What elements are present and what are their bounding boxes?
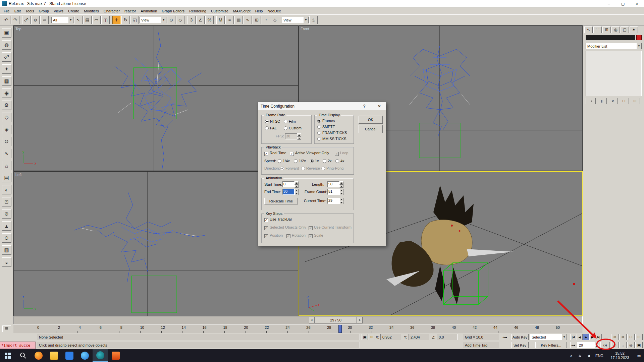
frame-spinner[interactable] <box>595 342 599 348</box>
menu-item[interactable]: Group <box>36 8 51 14</box>
previous-frame-button[interactable]: ◀ <box>577 334 583 340</box>
undo-button[interactable]: ↶ <box>2 16 10 24</box>
align-button[interactable]: ≡ <box>225 16 234 24</box>
close-button[interactable]: ✕ <box>630 0 644 7</box>
fps-spinner[interactable] <box>297 133 301 140</box>
radio-frame-ticks[interactable]: FRAME:TICKS <box>317 131 347 135</box>
command-panel-tab[interactable]: ✶ <box>630 26 638 33</box>
menu-item[interactable]: reactor <box>122 8 138 14</box>
field-of-view-icon[interactable]: ◇ <box>611 342 619 348</box>
material-editor-button[interactable]: ◔ <box>262 16 270 24</box>
menu-item[interactable]: Character <box>101 8 122 14</box>
minimize-button[interactable]: – <box>602 0 616 7</box>
reactor-tool-button[interactable]: ▦ <box>2 76 11 86</box>
menu-item[interactable]: Tools <box>23 8 37 14</box>
reactor-tool-button[interactable]: ◍ <box>2 40 11 50</box>
reactor-tool-button[interactable]: ▤ <box>2 173 11 182</box>
select-manipulate-button[interactable]: ◇ <box>176 16 184 24</box>
taskbar-app-edge[interactable] <box>77 349 93 362</box>
radio-smpte[interactable]: SMPTE <box>317 125 335 129</box>
fps-field[interactable]: 30 <box>285 133 301 139</box>
viewport-label[interactable]: Left <box>15 173 21 177</box>
command-panel-tab[interactable]: ⊞ <box>602 26 611 33</box>
keyboard-override-icon[interactable]: ⊶ <box>501 334 508 340</box>
snap-toggle-button[interactable]: 3 <box>187 16 196 24</box>
radio-film[interactable]: Film <box>284 119 296 123</box>
current-frame-field[interactable]: 29 <box>577 342 595 348</box>
reactor-tool-button[interactable]: ☍ <box>2 52 11 62</box>
select-by-name-button[interactable]: ▤ <box>83 16 92 24</box>
cancel-button[interactable]: Cancel <box>359 125 383 133</box>
trackbar-mode-button[interactable]: ≣ <box>2 325 11 332</box>
checkbox-use-trackbar[interactable]: ✓Use TrackBar <box>264 217 292 222</box>
start-button[interactable] <box>0 349 15 362</box>
taskbar-app-explorer[interactable] <box>46 349 62 362</box>
maxscript-mini-listener[interactable]: *Import succe <box>0 342 36 349</box>
curve-editor-button[interactable]: ∿ <box>244 16 252 24</box>
make-unique-button[interactable]: ∨ <box>608 98 618 104</box>
render-type-dropdown[interactable]: View ▼ <box>282 16 309 23</box>
viewport-top[interactable]: Top <box>13 25 298 171</box>
action-center-icon[interactable]: ▭ <box>634 349 644 362</box>
menu-item[interactable]: File <box>1 8 12 14</box>
select-link-button[interactable]: ☍ <box>22 16 31 24</box>
dialog-close-button[interactable]: ✕ <box>374 102 385 110</box>
quick-render-button[interactable]: ♨ <box>309 16 318 24</box>
command-panel-tab[interactable]: ▢ <box>621 26 629 33</box>
window-crossing-button[interactable]: ◫ <box>101 16 110 24</box>
menu-item[interactable]: MAXScript <box>231 8 253 14</box>
zoom-extents-icon[interactable]: ⊡ <box>627 334 635 340</box>
modifier-list-dropdown[interactable]: Modifier List ▼ <box>586 43 642 49</box>
search-button[interactable] <box>15 349 31 362</box>
menu-item[interactable]: Graph Editors <box>159 8 187 14</box>
chevron-down-icon[interactable]: ▼ <box>636 43 642 49</box>
reference-coordinate-dropdown[interactable]: View ▼ <box>140 16 166 23</box>
reactor-tool-button[interactable]: ⊘ <box>2 209 11 219</box>
ok-button[interactable]: OK <box>359 116 383 124</box>
tray-chevron-up-icon[interactable]: ∧ <box>567 349 576 362</box>
mirror-button[interactable]: M <box>216 16 225 24</box>
reactor-tool-button[interactable]: ⌂ <box>2 161 11 170</box>
rescale-time-button[interactable]: Re-scale Time <box>264 198 298 204</box>
taskbar-app-firefox[interactable] <box>31 349 46 362</box>
clock[interactable]: 15:52 17.10.2023 <box>606 351 634 360</box>
time-slider[interactable]: < 29 / 50 > <box>13 316 583 324</box>
reactor-tool-button[interactable]: ▲ <box>2 221 11 231</box>
set-key-button[interactable]: Set Key <box>511 342 529 348</box>
radio-ntsc[interactable]: NTSC <box>265 119 280 123</box>
time-configuration-button[interactable]: ◷ <box>600 342 610 348</box>
network-icon[interactable]: ≋ <box>576 349 584 362</box>
radio-custom[interactable]: Custom <box>284 126 302 130</box>
angle-snap-button[interactable]: ∠ <box>196 16 205 24</box>
command-panel-tab[interactable]: ↖ <box>584 26 593 33</box>
rect-selection-region-button[interactable]: ▭ <box>92 16 101 24</box>
zoom-all-icon[interactable]: ⊛ <box>619 334 627 340</box>
arc-rotate-icon[interactable]: ◎ <box>627 342 635 348</box>
end-time-field[interactable]: 30 <box>282 189 299 195</box>
menu-item[interactable]: NeoDex <box>265 8 283 14</box>
viewport-left[interactable]: Left <box>13 171 298 316</box>
chevron-down-icon[interactable]: ▼ <box>161 17 166 23</box>
configure-stack-button[interactable]: ⊞ <box>630 98 640 104</box>
chevron-down-icon[interactable]: ▼ <box>303 17 309 23</box>
select-and-scale-button[interactable]: ◱ <box>130 16 139 24</box>
reactor-tool-button[interactable]: ⊙ <box>2 233 11 243</box>
go-to-end-button[interactable]: ▶| <box>596 334 602 340</box>
reactor-tool-button[interactable]: ▥ <box>2 245 11 255</box>
current-time-field[interactable]: 29 <box>327 198 343 204</box>
language-indicator[interactable]: ENG <box>593 349 606 362</box>
time-slider-thumb[interactable]: < 29 / 50 > <box>309 317 363 323</box>
command-panel-tab[interactable]: ⌒ <box>593 26 602 33</box>
reactor-tool-button[interactable]: ∿ <box>2 149 11 158</box>
modifier-stack-list[interactable] <box>586 51 642 96</box>
taskbar-app-other[interactable] <box>108 349 123 362</box>
z-coordinate-field[interactable]: 0,0 <box>437 334 458 340</box>
key-filters-button[interactable]: Key Filters... <box>535 342 567 348</box>
dialog-help-button[interactable]: ? <box>359 102 370 110</box>
select-object-button[interactable]: ↖ <box>74 16 83 24</box>
next-frame-button[interactable]: ▶ <box>589 334 595 340</box>
reactor-tool-button[interactable]: ⊡ <box>2 197 11 206</box>
redo-button[interactable]: ↷ <box>11 16 19 24</box>
radio-speed-quarter[interactable]: 1/4x <box>278 159 290 163</box>
zoom-extents-all-icon[interactable]: ⊞ <box>635 334 643 340</box>
